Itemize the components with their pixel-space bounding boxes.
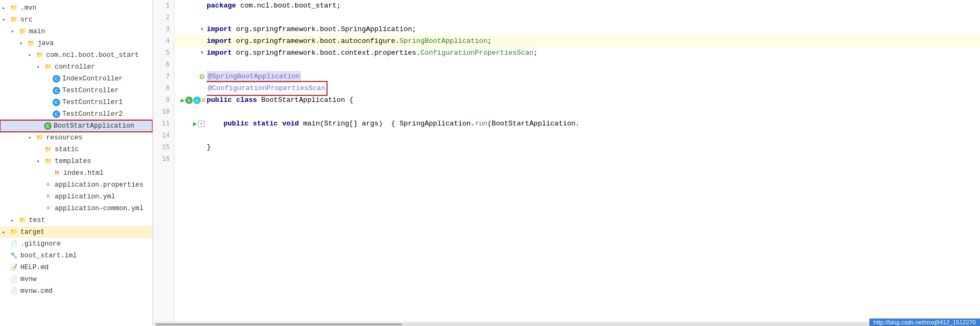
sp-11c: main(String[] args) (299, 118, 391, 130)
gutter-6 (175, 59, 207, 71)
label-test-ctrl1: TestController1 (62, 99, 123, 106)
java-icon-test-ctrl1 (53, 99, 60, 106)
label-main: main (29, 28, 45, 35)
code-content: package com.ncl.boot.boot_start; import … (207, 0, 980, 322)
status-url: http://blog.csdn.net/mxq9412_1512270 (874, 319, 976, 325)
label-mvnw-cmd: mvnw.cmd (20, 287, 53, 295)
class-kw-9: class (236, 94, 257, 106)
line-num-1: 1 (157, 0, 170, 12)
folder-icon-resources: 📁 (35, 134, 44, 142)
tree-item-iml[interactable]: boot_start.iml (0, 250, 153, 262)
folder-icon-controller (44, 63, 53, 71)
tree-item-index-html[interactable]: index.html (0, 167, 153, 179)
folder-icon-java (27, 39, 35, 48)
code-editor: 1 2 3 4 5 6 7 8 9 10 11 14 15 16 ▼ ▼ (153, 0, 980, 326)
package-keyword: package (207, 0, 236, 12)
yml-icon-common (44, 204, 53, 213)
folder-icon-test: 📁 (18, 216, 27, 225)
scrollbar-thumb[interactable] (155, 323, 402, 325)
expand-box-11[interactable]: + (198, 121, 205, 127)
line-num-10: 10 (157, 106, 170, 118)
arrow-src (2, 17, 10, 23)
label-com-ncl: com.ncl.boot.boot_start (46, 51, 139, 59)
gutter-5: ▼ (175, 47, 207, 59)
tree-item-app-properties[interactable]: application.properties (0, 179, 153, 191)
tree-item-gitignore[interactable]: .gitignore (0, 238, 153, 250)
java-icon-test-ctrl2 (53, 110, 60, 118)
folder-icon-src (10, 16, 18, 24)
fold-triangle-3[interactable]: ▼ (201, 27, 204, 32)
tree-item-help-md[interactable]: HELP.md (0, 262, 153, 273)
md-icon-help (10, 263, 18, 272)
import-semi-4: ; (488, 35, 492, 47)
arrow-main (11, 28, 18, 35)
line-num-14: 14 (157, 130, 170, 142)
label-test-ctrl: TestController (62, 87, 119, 94)
scrollbar-track[interactable] (155, 323, 978, 325)
status-bar: http://blog.csdn.net/mxq9412_1512270 (869, 318, 980, 326)
line-num-2: 2 (157, 12, 170, 24)
tree-item-app-common-yml[interactable]: application-common.yml (0, 203, 153, 214)
gutter-1 (175, 0, 207, 12)
tree-item-test-controller1[interactable]: TestController1 (0, 97, 153, 108)
tree-item-src[interactable]: src (0, 14, 153, 26)
code-line-4: import org.springframework.boot.autoconf… (207, 35, 980, 47)
import-path-5a: org.springframework.boot.context.propert… (232, 47, 420, 59)
run-arrow-small-icon[interactable]: ▶ (193, 120, 197, 128)
run-arrow-icon[interactable]: ▶ (180, 96, 185, 105)
label-test-ctrl2: TestController2 (62, 110, 123, 118)
arrow-mvn (2, 5, 10, 11)
gutter-7: ⚙ (175, 71, 207, 83)
tree-item-main[interactable]: main (0, 26, 153, 38)
tree-item-test-controller2[interactable]: TestController2 (0, 108, 153, 120)
line-numbers: 1 2 3 4 5 6 7 8 9 10 11 14 15 16 (153, 0, 175, 322)
tree-item-static[interactable]: 📁 static (0, 144, 153, 155)
tree-item-app-yml[interactable]: application.yml (0, 191, 153, 203)
arrow-resources (28, 135, 35, 141)
java-main-icon-boot-start (44, 122, 52, 130)
editor-scrollbar[interactable] (153, 322, 980, 326)
line-num-11: 11 (157, 118, 170, 130)
tree-item-resources[interactable]: 📁 resources (0, 132, 153, 144)
folder-icon-com-ncl (35, 51, 44, 60)
line-num-4: 4 (157, 35, 170, 47)
tree-item-index-controller[interactable]: IndexController (0, 73, 153, 85)
label-controller: controller (55, 63, 95, 71)
tree-item-test[interactable]: 📁 test (0, 214, 153, 226)
mvnw-icon (10, 275, 18, 284)
tree-item-mvnw[interactable]: mvnw (0, 273, 153, 285)
tree-item-boot-start-app[interactable]: BootStartApplication (0, 120, 153, 132)
brace-9: { (349, 94, 353, 106)
mvnw-cmd-icon (10, 287, 18, 295)
package-path: com.ncl.boot.boot_start; (236, 0, 341, 12)
gutter-9: ▶ C C ⊞ (175, 94, 207, 106)
tree-item-com-ncl[interactable]: com.ncl.boot.boot_start (0, 49, 153, 61)
arrow-com-ncl (28, 52, 35, 58)
tree-item-mvn[interactable]: .mvn (0, 2, 153, 14)
code-line-14 (207, 130, 980, 142)
tree-item-controller[interactable]: controller (0, 61, 153, 73)
public-kw-11: public (223, 118, 249, 130)
public-kw-9: public (207, 94, 232, 106)
label-app-common-yml: application-common.yml (55, 205, 143, 212)
fold-triangle-5[interactable]: ▼ (201, 50, 204, 56)
yml-icon-app (44, 192, 53, 201)
html-icon-index (53, 169, 61, 177)
label-src: src (20, 16, 33, 24)
tree-item-mvnw-cmd[interactable]: mvnw.cmd (0, 285, 153, 297)
tree-item-target[interactable]: 📁 target (0, 226, 153, 238)
label-boot-start: BootStartApplication (54, 122, 134, 130)
code-line-11: public static void main(String[] args) {… (207, 118, 980, 130)
tree-item-test-controller[interactable]: TestController (0, 85, 153, 97)
arrow-controller (37, 64, 44, 70)
label-app-yml: application.yml (55, 193, 115, 201)
label-app-properties: application.properties (55, 181, 143, 189)
code-line-6 (207, 59, 980, 71)
folder-icon-target: 📁 (10, 228, 18, 236)
tree-item-java[interactable]: java (0, 38, 153, 49)
folder-icon-main (18, 27, 27, 36)
spring-logo-icon: ⚙ (199, 71, 205, 82)
tree-item-templates[interactable]: 📁 templates (0, 155, 153, 167)
label-test: test (29, 217, 45, 224)
gutter: ▼ ▼ ⚙ ▶ C C ⊞ ▶ + (175, 0, 207, 322)
